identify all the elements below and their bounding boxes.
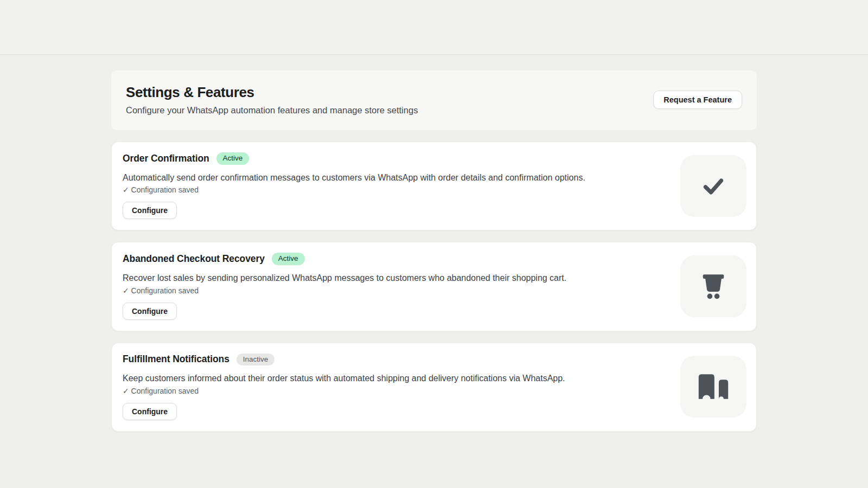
top-bar — [0, 0, 868, 55]
feature-card-fulfillment-notifications: Fulfillment Notifications Inactive Keep … — [111, 343, 757, 432]
status-badge: Active — [216, 152, 250, 165]
settings-page: Settings & Features Configure your Whats… — [111, 55, 757, 432]
page-header-text: Settings & Features Configure your Whats… — [126, 84, 418, 115]
card-title: Order Confirmation — [123, 153, 209, 164]
configure-button[interactable]: Configure — [123, 303, 177, 320]
page-subtitle: Configure your WhatsApp automation featu… — [126, 105, 418, 115]
card-content: Order Confirmation Active Automatically … — [123, 152, 680, 219]
delivery-icon — [698, 371, 729, 402]
cart-icon — [698, 271, 729, 301]
card-icon-tile — [680, 356, 746, 418]
configure-button[interactable]: Configure — [123, 202, 177, 219]
card-title: Fulfillment Notifications — [123, 354, 229, 365]
page-header: Settings & Features Configure your Whats… — [111, 70, 757, 130]
card-icon-tile — [680, 155, 746, 217]
page-title: Settings & Features — [126, 84, 418, 101]
card-description: Keep customers informed about their orde… — [123, 373, 680, 384]
configuration-saved-note: ✓ Configuration saved — [123, 387, 680, 395]
card-title: Abandoned Checkout Recovery — [123, 253, 265, 265]
feature-card-abandoned-checkout: Abandoned Checkout Recovery Active Recov… — [111, 242, 757, 331]
card-title-row: Order Confirmation Active — [123, 152, 680, 165]
card-title-row: Abandoned Checkout Recovery Active — [123, 253, 680, 265]
card-title-row: Fulfillment Notifications Inactive — [123, 354, 680, 366]
configure-button[interactable]: Configure — [123, 403, 177, 420]
status-badge: Active — [272, 253, 305, 265]
request-feature-button[interactable]: Request a Feature — [653, 91, 742, 109]
card-icon-tile — [680, 255, 746, 317]
configuration-saved-note: ✓ Configuration saved — [123, 185, 680, 194]
status-badge: Inactive — [237, 354, 275, 366]
check-icon — [698, 170, 729, 202]
card-description: Automatically send order confirmation me… — [123, 172, 680, 184]
card-content: Fulfillment Notifications Inactive Keep … — [123, 354, 680, 420]
card-description: Recover lost sales by sending personaliz… — [123, 273, 680, 284]
feature-card-order-confirmation: Order Confirmation Active Automatically … — [111, 142, 757, 230]
card-content: Abandoned Checkout Recovery Active Recov… — [123, 253, 680, 319]
configuration-saved-note: ✓ Configuration saved — [123, 286, 680, 295]
